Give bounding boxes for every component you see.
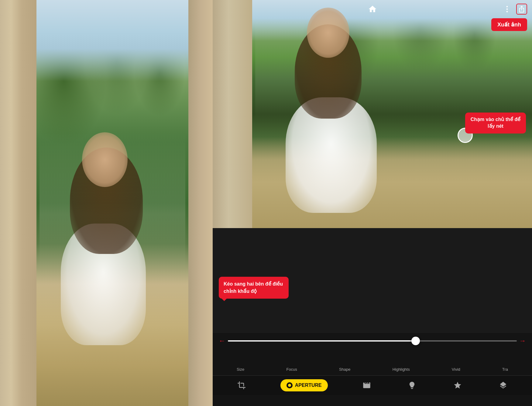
tab-focus[interactable]: Focus (284, 365, 299, 373)
right-photo-panel: Chạm vào chủ thể để lấy nét Xuất ảnh ← (213, 0, 532, 406)
bottom-controls: ← → Kéo sang hai bên để điều chỉnh khẩu … (213, 333, 532, 406)
slider-wrapper: ← → (213, 338, 532, 344)
aperture-button[interactable]: APERTURE (280, 379, 328, 391)
tab-shape[interactable]: Shape (337, 365, 353, 373)
crop-icon[interactable] (235, 379, 248, 392)
aperture-tooltip: Kéo sang hai bên để điều chỉnh khẩu độ (219, 277, 289, 299)
svg-point-1 (506, 9, 508, 10)
slider-fill (228, 340, 416, 342)
layers-icon[interactable] (496, 379, 510, 392)
tab-size[interactable]: Size (234, 365, 247, 373)
slider-arrow-left: ← (219, 338, 225, 344)
star-icon[interactable] (451, 379, 464, 392)
bottom-toolbar: APERTURE (213, 376, 532, 395)
more-options-icon[interactable] (502, 4, 513, 15)
svg-point-0 (506, 6, 508, 8)
tab-highlights[interactable]: Highlights (390, 365, 412, 373)
bulb-icon[interactable] (405, 379, 419, 392)
slider-track[interactable] (228, 340, 517, 342)
aperture-icon (287, 382, 293, 388)
slider-arrow-right: → (519, 338, 526, 344)
aperture-slider-section: ← → Kéo sang hai bên để điều chỉnh khẩu … (213, 338, 532, 344)
svg-point-2 (506, 11, 508, 12)
right-pillar (188, 0, 213, 406)
slider-thumb[interactable] (411, 337, 420, 345)
left-pillar (0, 0, 36, 406)
edited-photo[interactable]: Chạm vào chủ thể để lấy nét (213, 0, 532, 228)
film-icon[interactable] (360, 379, 373, 392)
focus-tooltip: Chạm vào chủ thể để lấy nét (465, 113, 526, 134)
tab-vivid[interactable]: Vivid (449, 365, 463, 373)
share-icon[interactable] (516, 4, 527, 15)
tab-tra[interactable]: Tra (500, 365, 510, 373)
export-button[interactable]: Xuất ảnh (491, 18, 527, 31)
left-photo-panel (0, 0, 213, 406)
adjustment-tab-bar: Size Focus Shape Highlights Vivid Tra (213, 363, 532, 376)
right-header (213, 0, 532, 18)
right-panel-pillar (213, 0, 252, 228)
